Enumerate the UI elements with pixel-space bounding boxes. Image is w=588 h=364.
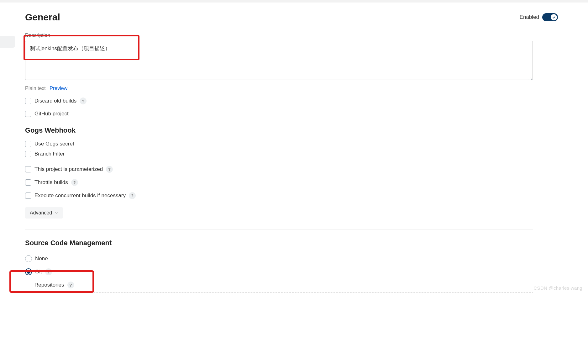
help-icon[interactable]: ? [67,282,74,288]
scm-git-row: Git ? [25,268,588,275]
description-format-links: Plain text Preview [25,86,588,91]
parameterized-row: This project is parameterized ? [25,166,588,173]
use-gogs-secret-row: Use Gogs secret [25,141,588,147]
plain-text-link[interactable]: Plain text [25,86,46,91]
page-content: General Enabled Description Plain text P… [0,3,588,293]
help-icon[interactable]: ? [71,179,78,186]
concurrent-row: Execute concurrent builds if necessary ? [25,192,588,199]
github-project-label: GitHub project [34,111,69,117]
branch-filter-label: Branch Filter [34,151,65,157]
scm-group: None Git ? Repositories ? [25,255,588,293]
enabled-group: Enabled [520,13,558,21]
use-gogs-secret-checkbox[interactable] [25,141,31,147]
chevron-down-icon [55,211,58,215]
scm-git-label: Git [35,269,42,275]
header-row: General Enabled [25,12,558,23]
description-textarea[interactable] [25,41,533,80]
repositories-row: Repositories ? [34,282,588,288]
radio-dot [27,270,30,274]
discard-old-builds-label: Discard old builds [34,98,76,104]
branch-filter-row: Branch Filter [25,151,588,157]
throttle-checkbox[interactable] [25,179,31,186]
help-icon[interactable]: ? [129,192,136,199]
description-wrapper [25,41,533,81]
throttle-row: Throttle builds ? [25,179,588,186]
scm-none-row: None [25,255,588,262]
scm-heading: Source Code Management [25,239,588,247]
help-icon[interactable]: ? [45,268,52,275]
repositories-label: Repositories [34,282,64,288]
advanced-button-label: Advanced [30,210,52,216]
toggle-knob [551,14,557,20]
enabled-label: Enabled [520,14,539,20]
concurrent-label: Execute concurrent builds if necessary [34,193,126,199]
use-gogs-secret-label: Use Gogs secret [34,141,74,147]
page-title: General [25,12,60,23]
parameterized-label: This project is parameterized [34,166,103,172]
scm-none-label: None [35,256,48,262]
dashed-separator [34,292,533,293]
discard-old-builds-checkbox[interactable] [25,98,31,104]
parameterized-checkbox[interactable] [25,166,31,172]
top-bar [0,0,588,3]
help-icon[interactable]: ? [106,166,113,173]
watermark-text: CSDN @charles·wang [533,285,582,291]
scm-git-radio[interactable] [25,268,32,275]
check-icon [552,16,556,19]
concurrent-checkbox[interactable] [25,193,31,199]
tree-connector [29,272,29,291]
discard-old-builds-row: Discard old builds ? [25,98,588,104]
description-label: Description [25,33,588,38]
advanced-button[interactable]: Advanced [25,207,63,219]
scm-none-radio[interactable] [25,255,32,262]
section-divider [25,229,533,229]
preview-link[interactable]: Preview [50,86,67,91]
gogs-webhook-heading: Gogs Webhook [25,126,588,135]
github-project-row: GitHub project [25,111,588,117]
branch-filter-checkbox[interactable] [25,151,31,157]
enabled-toggle[interactable] [542,13,558,21]
github-project-checkbox[interactable] [25,111,31,117]
help-icon[interactable]: ? [80,98,87,104]
throttle-label: Throttle builds [34,179,68,186]
